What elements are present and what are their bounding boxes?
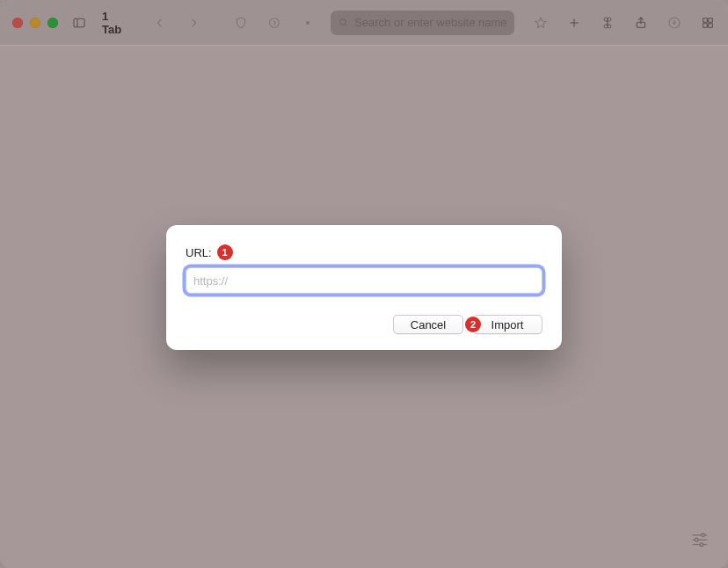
url-input[interactable] [186,267,542,294]
address-bar-placeholder: Search or enter website name [354,16,506,29]
annotation-step-1: 1 [217,244,233,260]
svg-rect-12 [703,18,707,22]
chevron-right-icon [186,16,200,30]
url-import-dialog: URL: 1 Cancel 2 Import [166,225,562,350]
download-icon [667,16,681,30]
window-fullscreen-button[interactable] [47,18,58,28]
star-icon [534,16,548,30]
svg-rect-14 [703,23,707,27]
browser-window: 1 Tab Search or enter website name [0,0,728,568]
nav-forward-button[interactable] [181,11,206,35]
cancel-button[interactable]: Cancel [393,315,463,334]
svg-point-4 [340,19,346,25]
toolbar-right [528,11,720,35]
bookmark-button[interactable] [528,11,553,35]
svg-point-21 [700,543,703,547]
website-settings-button[interactable] [295,11,320,35]
nav-back-button[interactable] [148,11,172,35]
shield-icon [234,16,248,30]
window-minimize-button[interactable] [30,18,40,28]
share-icon [634,16,648,30]
share-button[interactable] [629,11,653,35]
grid-icon [701,16,715,30]
tab-count-label: 1 Tab [100,10,125,36]
svg-marker-6 [535,18,546,28]
dialog-button-row: Cancel 2 Import [186,315,542,334]
sidebar-icon [72,16,86,30]
plus-icon [567,16,581,30]
dot-icon [301,16,315,30]
tab-overview-button[interactable] [695,11,720,35]
page-settings-button[interactable] [688,528,712,552]
window-close-button[interactable] [12,18,23,28]
address-bar[interactable]: Search or enter website name [331,11,513,35]
sidebar-toggle-button[interactable] [67,11,91,35]
chevron-left-icon [153,16,167,30]
url-field-label: URL: [186,246,212,259]
svg-point-2 [270,18,280,27]
svg-rect-15 [708,23,712,27]
svg-rect-0 [74,18,84,26]
new-tab-button[interactable] [562,11,586,35]
svg-point-17 [702,534,705,537]
downloads-button[interactable] [662,11,687,35]
svg-line-5 [346,24,347,25]
svg-point-3 [306,21,309,25]
search-icon [338,17,349,28]
annotation-step-2: 2 [465,317,481,332]
svg-point-19 [695,538,699,542]
circle-chevron-icon [267,16,281,30]
import-button[interactable]: Import [472,315,542,334]
privacy-report-button[interactable] [229,11,253,35]
sliders-icon [690,530,710,550]
command-button[interactable] [595,11,620,35]
command-icon [601,16,615,30]
reader-button[interactable] [262,11,287,35]
svg-rect-13 [708,18,712,22]
toolbar: 1 Tab Search or enter website name [0,0,728,46]
window-controls [12,18,58,28]
